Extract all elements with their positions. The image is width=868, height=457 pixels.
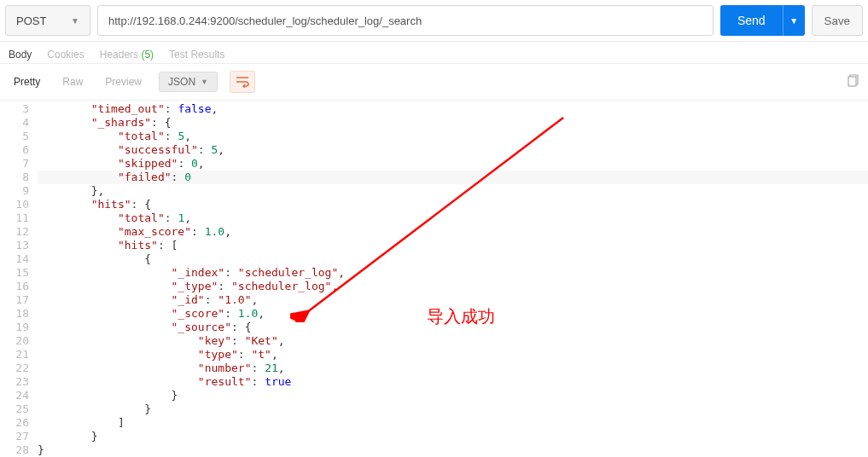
code-line: }	[38, 443, 868, 457]
code-line: "total": 1,	[38, 211, 868, 225]
line-number: 17	[0, 293, 29, 307]
code-line: "successful": 5,	[38, 143, 868, 157]
code-line: },	[38, 184, 868, 198]
line-number: 28	[0, 443, 29, 457]
line-number: 23	[0, 375, 29, 389]
line-number: 11	[0, 211, 29, 225]
rtab-pretty[interactable]: Pretty	[9, 72, 45, 91]
line-number: 6	[0, 143, 29, 157]
code-line: }	[38, 402, 868, 416]
line-number: 21	[0, 348, 29, 362]
line-number: 13	[0, 239, 29, 252]
tab-headers[interactable]: Headers (5)	[100, 49, 154, 61]
response-body: 3456789101112131415161718192021222324252…	[0, 101, 868, 457]
line-number: 16	[0, 280, 29, 293]
request-bar: POST ▼ Send ▼ Save	[0, 0, 868, 42]
line-number: 25	[0, 402, 29, 416]
copy-icon[interactable]	[846, 74, 859, 90]
send-button[interactable]: Send	[720, 5, 783, 36]
request-tabs: Body Cookies Headers (5) Test Results	[0, 42, 868, 64]
rtab-preview[interactable]: Preview	[100, 72, 147, 91]
code-line: "hits": {	[38, 198, 868, 211]
line-number: 4	[0, 116, 29, 130]
tab-test-results[interactable]: Test Results	[169, 49, 224, 61]
line-number: 20	[0, 334, 29, 348]
line-number: 18	[0, 307, 29, 321]
line-gutter: 3456789101112131415161718192021222324252…	[0, 101, 38, 457]
line-number: 15	[0, 266, 29, 280]
line-number: 8	[0, 171, 29, 184]
code-line: "_shards": {	[38, 116, 868, 130]
code-line: "key": "Ket",	[38, 334, 868, 348]
method-select[interactable]: POST ▼	[5, 5, 90, 36]
response-tabs: Pretty Raw Preview JSON ▼	[0, 64, 868, 101]
svg-rect-1	[848, 77, 856, 86]
code-line: "_type": "scheduler_log",	[38, 280, 868, 293]
line-number: 14	[0, 252, 29, 266]
line-number: 22	[0, 362, 29, 375]
line-number: 10	[0, 198, 29, 211]
code-line: "number": 21,	[38, 362, 868, 375]
code-line: ]	[38, 416, 868, 430]
code-line: "skipped": 0,	[38, 157, 868, 171]
line-number: 26	[0, 416, 29, 430]
code-line: "result": true	[38, 375, 868, 389]
code-line: "failed": 0	[38, 171, 868, 184]
line-number: 5	[0, 130, 29, 143]
code-line: "_index": "scheduler_log",	[38, 266, 868, 280]
code-line: "timed_out": false,	[38, 102, 868, 116]
code-content[interactable]: "timed_out": false, "_shards": { "total"…	[38, 101, 868, 457]
code-line: {	[38, 252, 868, 266]
tab-cookies[interactable]: Cookies	[47, 49, 84, 61]
code-line: }	[38, 430, 868, 443]
code-line: "max_score": 1.0,	[38, 225, 868, 239]
method-value: POST	[16, 14, 46, 27]
wrap-lines-button[interactable]	[230, 71, 255, 93]
code-line: "total": 5,	[38, 130, 868, 143]
code-line: }	[38, 389, 868, 402]
line-number: 12	[0, 225, 29, 239]
line-number: 19	[0, 321, 29, 334]
code-line: "type": "t",	[38, 348, 868, 362]
annotation-text: 导入成功	[427, 309, 495, 323]
tab-body[interactable]: Body	[9, 49, 32, 61]
save-button[interactable]: Save	[812, 5, 863, 36]
line-number: 9	[0, 184, 29, 198]
line-number: 7	[0, 157, 29, 171]
format-select[interactable]: JSON ▼	[159, 72, 218, 92]
line-number: 27	[0, 430, 29, 443]
line-number: 24	[0, 389, 29, 402]
code-line: "_id": "1.0",	[38, 293, 868, 307]
caret-down-icon: ▼	[71, 16, 79, 26]
line-number: 3	[0, 102, 29, 116]
rtab-raw[interactable]: Raw	[57, 72, 88, 91]
send-dropdown[interactable]: ▼	[783, 5, 805, 36]
caret-down-icon: ▼	[201, 78, 208, 86]
code-line: "hits": [	[38, 239, 868, 252]
url-input[interactable]	[97, 5, 714, 36]
